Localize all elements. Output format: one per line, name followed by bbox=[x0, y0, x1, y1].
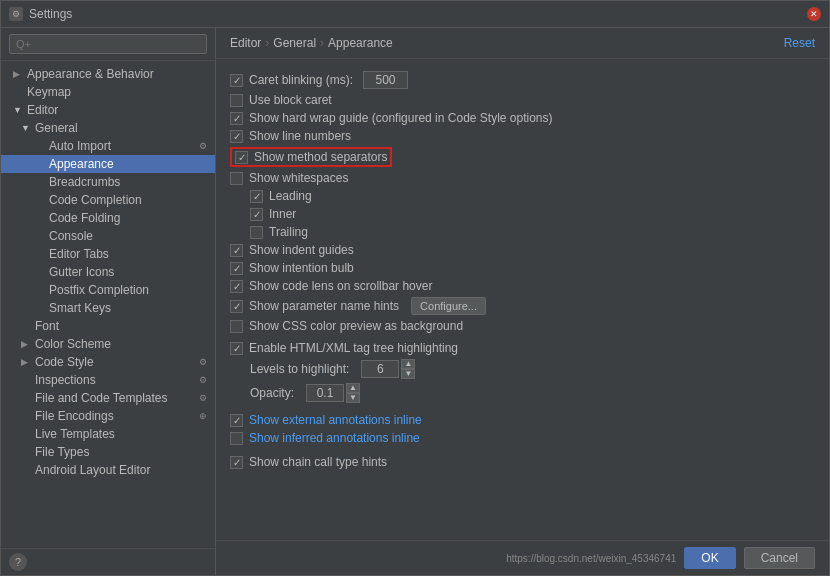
opacity-down-button[interactable]: ▼ bbox=[346, 393, 360, 403]
caret-blinking-checkbox[interactable] bbox=[230, 74, 243, 87]
sidebar-item-postfix-completion[interactable]: Postfix Completion bbox=[1, 281, 215, 299]
levels-spinner: ▲ ▼ bbox=[361, 359, 415, 379]
caret-blinking-row: Caret blinking (ms): bbox=[230, 69, 815, 91]
show-chain-call-row: Show chain call type hints bbox=[230, 453, 815, 471]
sidebar-item-label: Gutter Icons bbox=[49, 265, 114, 279]
show-intention-bulb-row: Show intention bulb bbox=[230, 259, 815, 277]
search-input[interactable] bbox=[9, 34, 207, 54]
show-chain-call-checkbox[interactable] bbox=[230, 456, 243, 469]
show-external-annotations-label[interactable]: Show external annotations inline bbox=[249, 413, 422, 427]
levels-input[interactable] bbox=[361, 360, 399, 378]
badge-icon: ⚙ bbox=[199, 375, 207, 385]
levels-to-highlight-row: Levels to highlight: ▲ ▼ bbox=[230, 357, 815, 381]
show-line-numbers-checkbox[interactable] bbox=[230, 130, 243, 143]
sidebar-item-label: File and Code Templates bbox=[35, 391, 168, 405]
enable-html-xml-checkbox[interactable] bbox=[230, 342, 243, 355]
sidebar-tree: ▶ Appearance & Behavior Keymap ▼ Editor … bbox=[1, 61, 215, 548]
sidebar-item-editor[interactable]: ▼ Editor bbox=[1, 101, 215, 119]
show-whitespaces-row: Show whitespaces bbox=[230, 169, 815, 187]
sidebar-item-label: Editor bbox=[27, 103, 58, 117]
show-code-lens-row: Show code lens on scrollbar hover bbox=[230, 277, 815, 295]
show-inferred-annotations-checkbox[interactable] bbox=[230, 432, 243, 445]
footer: https://blog.csdn.net/weixin_45346741 OK… bbox=[216, 540, 829, 575]
show-hard-wrap-checkbox[interactable] bbox=[230, 112, 243, 125]
sidebar-item-gutter-icons[interactable]: Gutter Icons bbox=[1, 263, 215, 281]
sidebar-item-appearance[interactable]: Appearance bbox=[1, 155, 215, 173]
sidebar-item-code-style[interactable]: ▶ Code Style ⚙ bbox=[1, 353, 215, 371]
levels-to-highlight-label: Levels to highlight: bbox=[250, 362, 349, 376]
sidebar-item-label: Keymap bbox=[27, 85, 71, 99]
show-intention-bulb-label: Show intention bulb bbox=[249, 261, 354, 275]
show-whitespaces-label: Show whitespaces bbox=[249, 171, 348, 185]
sidebar-item-font[interactable]: Font bbox=[1, 317, 215, 335]
sidebar-item-editor-tabs[interactable]: Editor Tabs bbox=[1, 245, 215, 263]
show-css-color-checkbox[interactable] bbox=[230, 320, 243, 333]
use-block-caret-label: Use block caret bbox=[249, 93, 332, 107]
sidebar-item-file-code-templates[interactable]: File and Code Templates ⚙ bbox=[1, 389, 215, 407]
window-title: ⚙ Settings bbox=[9, 7, 72, 21]
close-button[interactable]: ✕ bbox=[807, 7, 821, 21]
show-indent-guides-checkbox[interactable] bbox=[230, 244, 243, 257]
badge-icon: ⊕ bbox=[199, 411, 207, 421]
badge-icon: ⚙ bbox=[199, 141, 207, 151]
sidebar-item-label: Color Scheme bbox=[35, 337, 111, 351]
levels-up-button[interactable]: ▲ bbox=[401, 359, 415, 369]
sidebar-item-file-encodings[interactable]: File Encodings ⊕ bbox=[1, 407, 215, 425]
inner-checkbox[interactable] bbox=[250, 208, 263, 221]
show-code-lens-checkbox[interactable] bbox=[230, 280, 243, 293]
show-intention-bulb-checkbox[interactable] bbox=[230, 262, 243, 275]
show-whitespaces-checkbox[interactable] bbox=[230, 172, 243, 185]
show-hard-wrap-label: Show hard wrap guide (configured in Code… bbox=[249, 111, 553, 125]
help-icon[interactable]: ? bbox=[9, 553, 27, 571]
content-panel: Editor › General › Appearance Reset Care… bbox=[216, 28, 829, 575]
use-block-caret-checkbox[interactable] bbox=[230, 94, 243, 107]
enable-html-xml-row: Enable HTML/XML tag tree highlighting bbox=[230, 339, 815, 357]
show-parameter-hints-checkbox[interactable] bbox=[230, 300, 243, 313]
sidebar-item-console[interactable]: Console bbox=[1, 227, 215, 245]
sidebar-item-label: Live Templates bbox=[35, 427, 115, 441]
sidebar-item-inspections[interactable]: Inspections ⚙ bbox=[1, 371, 215, 389]
sidebar-item-file-types[interactable]: File Types bbox=[1, 443, 215, 461]
content-body: Caret blinking (ms): Use block caret Sho… bbox=[216, 59, 829, 540]
sidebar-item-auto-import[interactable]: Auto Import ⚙ bbox=[1, 137, 215, 155]
breadcrumb-appearance: Appearance bbox=[328, 36, 393, 50]
sidebar-item-code-folding[interactable]: Code Folding bbox=[1, 209, 215, 227]
configure-button[interactable]: Configure... bbox=[411, 297, 486, 315]
sidebar-item-live-templates[interactable]: Live Templates bbox=[1, 425, 215, 443]
reset-link[interactable]: Reset bbox=[784, 36, 815, 50]
opacity-up-button[interactable]: ▲ bbox=[346, 383, 360, 393]
inner-row: Inner bbox=[230, 205, 815, 223]
sidebar-item-label: Breadcrumbs bbox=[49, 175, 120, 189]
show-external-annotations-checkbox[interactable] bbox=[230, 414, 243, 427]
sidebar-item-general[interactable]: ▼ General bbox=[1, 119, 215, 137]
leading-checkbox[interactable] bbox=[250, 190, 263, 203]
sidebar: ▶ Appearance & Behavior Keymap ▼ Editor … bbox=[1, 28, 216, 575]
sidebar-item-label: Font bbox=[35, 319, 59, 333]
main-content: ▶ Appearance & Behavior Keymap ▼ Editor … bbox=[1, 28, 829, 575]
sidebar-item-breadcrumbs[interactable]: Breadcrumbs bbox=[1, 173, 215, 191]
sidebar-item-keymap[interactable]: Keymap bbox=[1, 83, 215, 101]
leading-label: Leading bbox=[269, 189, 312, 203]
content-header: Editor › General › Appearance Reset bbox=[216, 28, 829, 59]
caret-blinking-input[interactable] bbox=[363, 71, 408, 89]
opacity-input[interactable] bbox=[306, 384, 344, 402]
show-indent-guides-label: Show indent guides bbox=[249, 243, 354, 257]
sidebar-item-label: Editor Tabs bbox=[49, 247, 109, 261]
show-css-color-label: Show CSS color preview as background bbox=[249, 319, 463, 333]
trailing-checkbox[interactable] bbox=[250, 226, 263, 239]
cancel-button[interactable]: Cancel bbox=[744, 547, 815, 569]
arrow-icon: ▼ bbox=[13, 105, 23, 115]
sidebar-item-color-scheme[interactable]: ▶ Color Scheme bbox=[1, 335, 215, 353]
show-parameter-hints-label: Show parameter name hints bbox=[249, 299, 399, 313]
sidebar-item-appearance-behavior[interactable]: ▶ Appearance & Behavior bbox=[1, 65, 215, 83]
levels-down-button[interactable]: ▼ bbox=[401, 369, 415, 379]
show-method-separators-checkbox[interactable] bbox=[235, 151, 248, 164]
show-parameter-hints-row: Show parameter name hints Configure... bbox=[230, 295, 815, 317]
sidebar-item-android-layout-editor[interactable]: Android Layout Editor bbox=[1, 461, 215, 479]
inner-label: Inner bbox=[269, 207, 296, 221]
sidebar-item-smart-keys[interactable]: Smart Keys bbox=[1, 299, 215, 317]
ok-button[interactable]: OK bbox=[684, 547, 735, 569]
sidebar-item-code-completion[interactable]: Code Completion bbox=[1, 191, 215, 209]
use-block-caret-row: Use block caret bbox=[230, 91, 815, 109]
show-inferred-annotations-label[interactable]: Show inferred annotations inline bbox=[249, 431, 420, 445]
